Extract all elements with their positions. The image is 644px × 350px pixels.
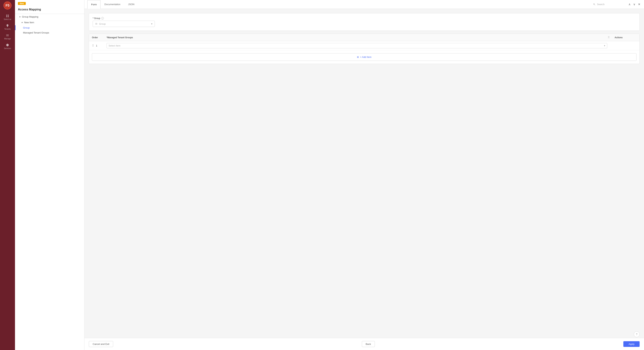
nav-sub-item-group[interactable]: Group (15, 25, 84, 30)
search-close-btn[interactable]: ✕ (637, 2, 641, 7)
svg-point-5 (608, 36, 609, 37)
form-area: Form Documentation JSON ∧ (84, 0, 644, 350)
group-field-label: * Group i (93, 17, 636, 20)
group-select-content: Group (95, 23, 106, 25)
nav-label-new-item: New Item (24, 21, 34, 24)
row-select-cell: Select Item ▾ (106, 43, 607, 48)
col-drag (607, 36, 614, 39)
drag-handle[interactable]: ⠿ (92, 44, 94, 47)
row-select-chevron: ▾ (604, 44, 605, 47)
top-bar: Form Documentation JSON ∧ (84, 0, 644, 9)
tabs: Form Documentation JSON (87, 0, 138, 9)
cancel-button[interactable]: Cancel and Exit (89, 341, 113, 347)
sidebar-manage-label: Manage (4, 38, 11, 40)
svg-rect-3 (8, 16, 9, 17)
add-item-button[interactable]: ⊕ + Add Item (92, 53, 636, 61)
tenants-icon (6, 24, 9, 27)
nav-sub-label-group: Group (23, 26, 30, 29)
search-controls: ∧ ∨ ✕ (628, 2, 641, 7)
col-order: Order (92, 36, 106, 39)
group-select-chevron: ▾ (151, 22, 152, 25)
add-item-label: + Add Item (360, 56, 372, 58)
table-header: Order *Managed Tenant Groups Actions (89, 34, 640, 41)
svg-point-10 (609, 38, 610, 38)
col-managed-tenant-groups: *Managed Tenant Groups (106, 36, 607, 39)
grid-icon (6, 14, 9, 18)
apply-button[interactable]: Apply (623, 341, 640, 347)
table-row: ⠿ 1 Select Item ▾ (89, 41, 640, 50)
tab-json[interactable]: JSON (124, 0, 138, 9)
sidebar-item-tenants[interactable]: Tenants (0, 22, 15, 32)
tab-form[interactable]: Form (87, 0, 100, 9)
row-select-item[interactable]: Select Item ▾ (106, 43, 607, 48)
svg-point-8 (609, 37, 610, 38)
nav-label-group-mapping: Group Mapping (22, 15, 38, 18)
nav-section: Group Mapping New Item Group Managed Ten… (15, 14, 84, 35)
main-area: New Access Mapping Group Mapping New Ite… (15, 0, 644, 350)
left-panel-header: New Access Mapping (15, 0, 84, 14)
svg-rect-2 (6, 16, 7, 17)
add-item-container: ⊕ + Add Item (89, 50, 640, 64)
search-bar: ∧ ∨ ✕ (593, 2, 641, 7)
nav-bullet-group-mapping (19, 16, 20, 17)
help-icon: ? (636, 333, 638, 336)
services-icon (6, 43, 9, 47)
help-button[interactable]: ? (634, 331, 640, 337)
sidebar-select-label: Select se (4, 18, 11, 20)
search-input[interactable] (597, 3, 626, 6)
panel-container: New Access Mapping Group Mapping New Ite… (15, 0, 644, 350)
nav-item-new-item[interactable]: New Item (15, 20, 84, 25)
form-content: * Group i Group ▾ (84, 9, 644, 338)
tab-documentation[interactable]: Documentation (100, 0, 124, 9)
nav-bullet-new-item (22, 22, 23, 23)
nav-item-group-mapping[interactable]: Group Mapping (15, 14, 84, 20)
group-select[interactable]: Group ▾ (93, 21, 155, 27)
group-field-section: * Group i Group ▾ (89, 13, 640, 31)
svg-rect-1 (8, 15, 9, 16)
search-up-btn[interactable]: ∧ (628, 2, 632, 7)
row-select-placeholder: Select Item (108, 44, 120, 47)
app-sidebar: F5 Select se Tenants Manage Services (0, 0, 15, 350)
svg-point-6 (609, 36, 610, 37)
group-label-text: * Group (93, 17, 100, 20)
sidebar-item-services[interactable]: Services (0, 42, 15, 51)
sidebar-services-label: Services (4, 47, 11, 49)
group-select-icon (95, 23, 98, 25)
nav-sub-label-managed: Managed Tenant Groups (23, 31, 49, 34)
search-icon (593, 3, 596, 6)
sidebar-item-manage[interactable]: Manage (0, 32, 15, 42)
manage-icon (6, 34, 9, 37)
new-badge: New (18, 2, 26, 5)
nav-sub-item-managed-tenant-groups[interactable]: Managed Tenant Groups (15, 30, 84, 35)
app-logo[interactable]: F5 (4, 2, 12, 10)
row-order-cell: ⠿ 1 (92, 44, 106, 47)
sidebar-tenants-label: Tenants (4, 28, 10, 30)
table-section: Order *Managed Tenant Groups Actions (89, 34, 640, 64)
sidebar-item-select[interactable]: Select se (0, 13, 15, 22)
group-info-icon[interactable]: i (101, 17, 104, 20)
svg-rect-0 (6, 15, 7, 16)
back-button[interactable]: Back (362, 341, 375, 347)
search-down-btn[interactable]: ∨ (632, 2, 636, 7)
row-order-number: 1 (96, 44, 97, 47)
svg-point-9 (608, 38, 609, 38)
bottom-bar: Cancel and Exit Back Apply (84, 338, 644, 350)
group-select-placeholder: Group (99, 23, 106, 25)
col-actions: Actions (614, 36, 636, 39)
left-panel: New Access Mapping Group Mapping New Ite… (15, 0, 84, 350)
add-item-icon: ⊕ (357, 56, 359, 58)
drag-header-icon (607, 36, 610, 39)
svg-point-7 (608, 37, 609, 38)
access-mapping-title: Access Mapping (18, 7, 81, 12)
